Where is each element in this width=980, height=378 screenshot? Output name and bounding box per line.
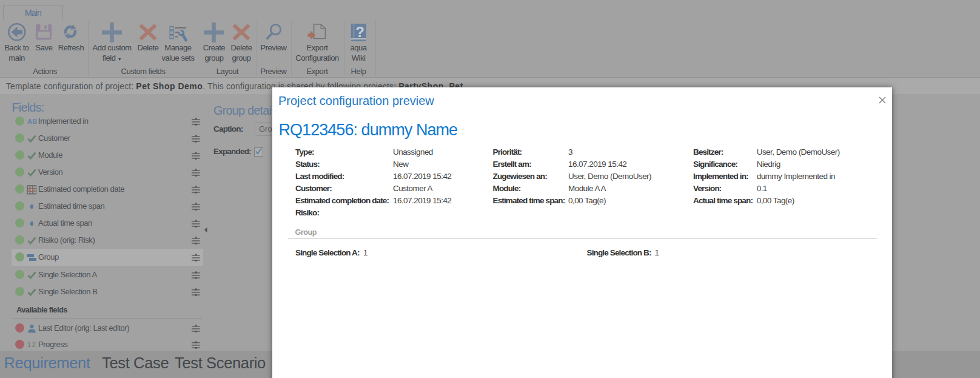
svg-text:?: ? (355, 24, 364, 40)
